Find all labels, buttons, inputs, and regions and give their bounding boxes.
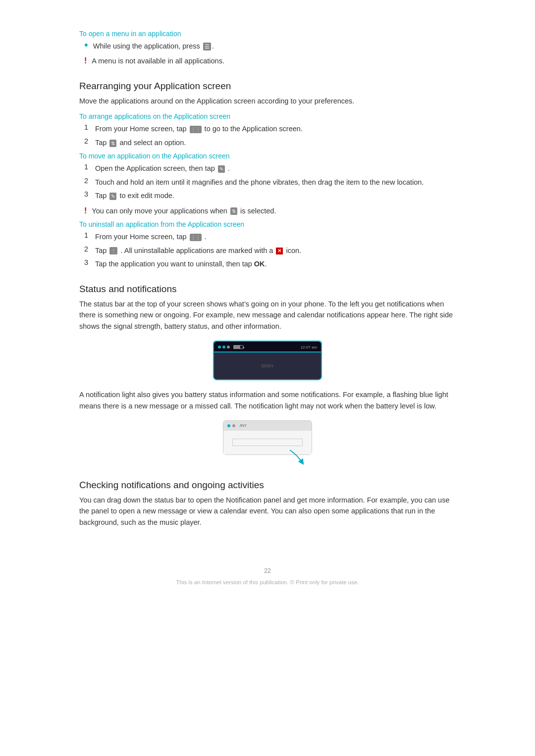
edit-icon-2: ✎ xyxy=(109,193,116,200)
uninstall-title: To uninstall an application from the App… xyxy=(79,220,456,228)
bullet-dot-icon: • xyxy=(84,40,88,50)
arrange-steps: 1 From your Home screen, tap ⋮⋮ to go to… xyxy=(84,123,456,148)
arrange-step2: 2 Tap ⇅ and select an option. xyxy=(84,137,456,148)
page-footer: 22 xyxy=(79,567,456,574)
move-step2: 2 Touch and hold an item until it magnif… xyxy=(84,177,456,188)
arrange-subsection: To arrange applications on the Applicati… xyxy=(79,112,456,148)
move-note: ! You can only move your applications wh… xyxy=(84,205,456,216)
status-heading: Status and notifications xyxy=(79,284,456,295)
grid-icon-1: ⋮⋮ xyxy=(190,126,202,133)
exclamation-icon-2: ! xyxy=(84,205,87,216)
move-title: To move an application on the Applicatio… xyxy=(79,152,456,160)
phone2-brand: JNY xyxy=(239,423,247,428)
page-number: 22 xyxy=(264,567,270,574)
phone-body-1: SONY xyxy=(214,353,321,379)
status-time: 12:07 am xyxy=(301,345,317,350)
rearranging-section: Rearranging your Application screen Move… xyxy=(79,81,456,270)
open-menu-section: To open a menu in an application • While… xyxy=(79,30,456,67)
notification-dot-gray xyxy=(232,424,235,427)
notification-text: A notification light also gives you batt… xyxy=(79,389,456,411)
exclamation-icon: ! xyxy=(84,55,87,66)
status-left-icons xyxy=(218,345,243,349)
open-menu-title: To open a menu in an application xyxy=(79,30,456,38)
phone-body-text: SONY xyxy=(261,363,274,368)
arrow-indicator-svg xyxy=(287,448,307,465)
status-dot-1 xyxy=(218,346,221,349)
arrange-step1: 1 From your Home screen, tap ⋮⋮ to go to… xyxy=(84,123,456,134)
open-menu-bullet1: • While using the application, press ☰. xyxy=(84,41,456,51)
move-steps: 1 Open the Application screen, then tap … xyxy=(84,163,456,201)
move-subsection: To move an application on the Applicatio… xyxy=(79,152,456,216)
sort-icon-2: ⇅ xyxy=(230,207,237,215)
status-dot-3 xyxy=(227,346,230,349)
edit-icon-1: ✎ xyxy=(218,165,225,173)
uninstall-step3: 3 Tap the application you want to uninst… xyxy=(84,258,456,269)
footer-note: This is an Internet version of this publ… xyxy=(79,579,456,585)
uninstall-step2: 2 Tap ⋮ . All uninstallable applications… xyxy=(84,245,456,256)
open-menu-note: ! A menu is not available in all applica… xyxy=(84,55,456,66)
uninstall-step1: 1 From your Home screen, tap ⋮⋮ . xyxy=(84,231,456,242)
status-bar-image-container: 12:07 am SONY xyxy=(79,341,456,380)
phone2-top-bar: JNY xyxy=(223,421,312,431)
status-section: Status and notifications The status bar … xyxy=(79,284,456,455)
move-step3: 3 Tap ✎ to exit edit mode. xyxy=(84,190,456,201)
open-menu-text1: While using the application, press ☰. xyxy=(93,41,214,51)
grid-icon-2: ⋮⋮ xyxy=(190,234,202,241)
arrange-title: To arrange applications on the Applicati… xyxy=(79,112,456,120)
phone-status-bar: 12:07 am xyxy=(214,342,321,353)
uninstall-steps: 1 From your Home screen, tap ⋮⋮ . 2 Tap … xyxy=(84,231,456,269)
status-bar-image-wrapper: 12:07 am SONY xyxy=(213,341,322,380)
notification-dot-blue xyxy=(227,424,230,427)
battery-fill xyxy=(234,346,240,349)
rearranging-intro: Move the applications around on the Appl… xyxy=(79,96,456,106)
open-menu-note-text: A menu is not available in all applicati… xyxy=(92,55,224,66)
move-step1: 1 Open the Application screen, then tap … xyxy=(84,163,456,174)
uninstall-icon: ⋮ xyxy=(109,247,117,254)
phone2-screen xyxy=(232,439,303,446)
phone-image-1: 12:07 am SONY xyxy=(213,341,322,380)
status-intro: The status bar at the top of your screen… xyxy=(79,299,456,332)
rearranging-heading: Rearranging your Application screen xyxy=(79,81,456,92)
menu-icon: ☰ xyxy=(203,43,211,50)
x-mark-icon: ✕ xyxy=(276,248,283,254)
checking-section: Checking notifications and ongoing activ… xyxy=(79,480,456,528)
checking-heading: Checking notifications and ongoing activ… xyxy=(79,480,456,491)
battery-icon xyxy=(233,345,243,349)
sort-icon-1: ⇅ xyxy=(109,140,116,147)
battery-tip xyxy=(243,347,244,349)
notification-light-image-container: JNY xyxy=(79,420,456,455)
status-dot-2 xyxy=(222,346,225,349)
checking-intro: You can drag down the status bar to open… xyxy=(79,495,456,528)
notification-light-wrapper: JNY xyxy=(223,420,312,455)
uninstall-subsection: To uninstall an application from the App… xyxy=(79,220,456,269)
